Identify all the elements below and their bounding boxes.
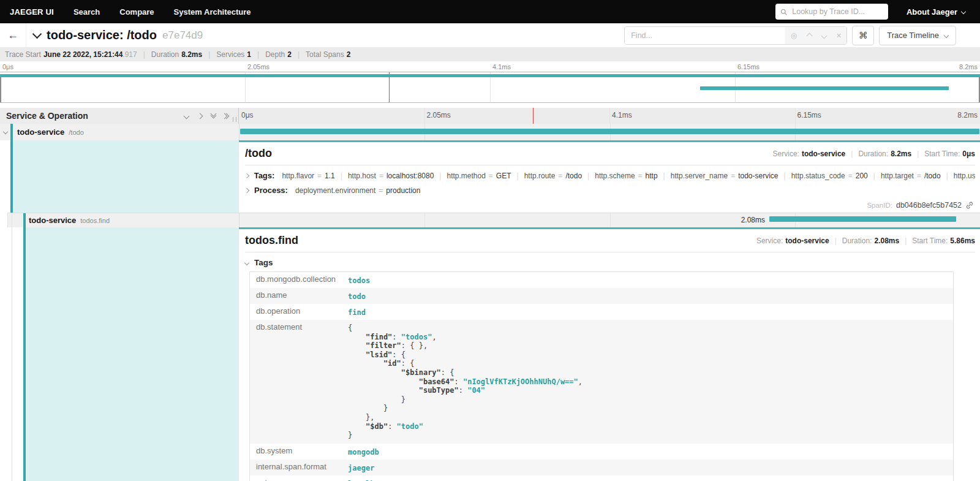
tag-value: todo-service	[738, 172, 778, 180]
tag-table-row: net.peer.namelocalhost	[250, 475, 954, 481]
clear-find-button[interactable]: ×	[837, 31, 842, 40]
minimap-left-scrubber[interactable]	[0, 77, 1, 102]
equals-sign: =	[317, 172, 322, 180]
tag-key: http.target	[881, 172, 914, 180]
tag-value: localhost:8080	[386, 172, 434, 180]
tag-separator: |	[439, 172, 441, 180]
span-row-todo: todo-service/todo	[0, 124, 980, 140]
tag-chip: http.server_name=todo-service	[671, 172, 778, 180]
ruler-cursor	[533, 108, 533, 124]
nav-item-compare[interactable]: Compare	[110, 7, 164, 17]
process-inline-list: deployment.environment=production	[295, 186, 420, 195]
about-jaeger-menu[interactable]: About Jaeger	[907, 7, 965, 17]
span-color-accent	[10, 124, 13, 140]
header-controls: ◎ × ⌘ Trace Timeline	[624, 26, 980, 45]
tag-separator: |	[517, 172, 519, 180]
find-match-icon[interactable]: ◎	[791, 32, 797, 39]
nav-item-system-architecture[interactable]: System Architecture	[164, 7, 261, 17]
tag-table-value: { "find": "todos", "filter": { }, "lsid"…	[342, 320, 953, 444]
span-row-todos-find: todo-servicetodos.find 2.08ms	[0, 213, 980, 227]
tag-value-code: jaeger	[348, 464, 374, 472]
tag-chip: http.route=/todo	[524, 172, 582, 180]
minimap-tick-label: 4.1ms	[492, 63, 511, 70]
collapse-all-icon[interactable]	[211, 114, 216, 118]
tag-chip: http.status_code=200	[791, 172, 868, 180]
tags-accordion[interactable]: Tags: http.flavor=1.1|http.host=localhos…	[245, 171, 975, 180]
tag-table-value: todo	[342, 288, 953, 304]
trace-id-lookup-input[interactable]	[791, 7, 883, 17]
tag-table-key: internal.span.format	[250, 460, 342, 475]
operation-name: todos.find	[80, 217, 110, 224]
span-name-todos-find[interactable]: todo-servicetodos.find	[0, 213, 239, 227]
keyboard-shortcuts-button[interactable]: ⌘	[852, 26, 874, 45]
tag-table-row: db.operationfind	[250, 304, 954, 320]
next-result-button[interactable]	[822, 32, 826, 39]
back-button[interactable]: ←	[0, 23, 26, 47]
trace-start: Trace StartJune 22 2022, 15:21:44.917	[5, 50, 137, 59]
tag-table-row: internal.span.formatjaeger	[250, 460, 954, 475]
tag-key: http.scheme	[595, 172, 635, 180]
span-duration-label: 2.08ms	[741, 216, 765, 224]
span-duration-bar[interactable]	[240, 129, 979, 134]
deep-link-icon[interactable]	[965, 201, 974, 210]
expand-all-icon[interactable]	[225, 114, 228, 118]
tag-table-key: db.name	[250, 288, 342, 304]
expand-one-icon[interactable]	[198, 114, 202, 118]
chevron-down-icon	[961, 9, 966, 14]
prev-result-button[interactable]	[807, 32, 812, 39]
span-id-row: SpanID: db046b8efc5b7452	[867, 201, 974, 210]
process-label: Process:	[254, 186, 288, 195]
trace-view-select[interactable]: Trace Timeline	[879, 26, 956, 45]
tag-chip: http.method=GET	[447, 172, 511, 180]
nav-item-search[interactable]: Search	[64, 7, 110, 17]
span-overview: Service:todo-service | Duration:8.2ms | …	[773, 150, 975, 158]
trace-summary-bar: Trace StartJune 22 2022, 15:21:44.917 | …	[0, 47, 980, 61]
operation-name: /todo	[69, 129, 83, 136]
tag-table-row: db.systemmongodb	[250, 444, 954, 460]
span-bar-row-todo[interactable]	[239, 124, 980, 140]
jaeger-logo[interactable]: JAEGER UI	[0, 7, 64, 17]
tags-inline-list: http.flavor=1.1|http.host=localhost:8080…	[282, 172, 975, 180]
selected-span-highlight	[13, 140, 239, 213]
span-overview: Service:todo-service | Duration:2.08ms |…	[756, 237, 975, 245]
span-operation-title: /todo	[245, 147, 272, 160]
tag-value: /todo	[565, 172, 582, 180]
tag-separator: |	[946, 172, 948, 180]
span-color-accent	[10, 140, 13, 213]
tag-key: http.method	[447, 172, 485, 180]
collapse-one-icon[interactable]	[184, 114, 189, 118]
span-bar-row-todos-find[interactable]: 2.08ms	[239, 213, 980, 227]
tag-value: production	[386, 186, 420, 195]
tree-guide-line	[12, 213, 12, 227]
column-resizer-handle[interactable]	[233, 117, 236, 122]
tag-value: http	[646, 172, 658, 180]
trace-services: Services1	[216, 50, 251, 59]
trace-duration: Duration8.2ms	[151, 50, 202, 59]
equals-sign: =	[731, 172, 735, 180]
trace-id-lookup[interactable]	[775, 4, 888, 20]
tags-accordion[interactable]: Tags	[245, 258, 975, 267]
tag-table-key: db.system	[250, 444, 342, 460]
find-input[interactable]	[625, 27, 785, 44]
timeline-ruler[interactable]: 0μs2.05ms4.1ms6.15ms8.2ms	[239, 108, 980, 124]
tag-value: GET	[496, 172, 511, 180]
process-accordion[interactable]: Process: deployment.environment=producti…	[245, 186, 975, 195]
span-detail-content: /todo Service:todo-service | Duration:8.…	[239, 140, 980, 213]
gridline	[424, 108, 425, 124]
trace-depth: Depth2	[265, 50, 292, 59]
tag-chip: http.host=localhost:8080	[348, 172, 434, 180]
tag-table-key: db.statement	[250, 320, 342, 444]
timeline-minimap[interactable]	[0, 72, 980, 103]
equals-sign: =	[917, 172, 921, 180]
find-controls: ◎ ×	[785, 27, 846, 44]
trace-view-label: Trace Timeline	[887, 31, 939, 40]
gridline	[795, 108, 796, 124]
tag-key: http.server_name	[671, 172, 728, 180]
collapse-trace-details-icon[interactable]	[32, 29, 42, 39]
gridline	[609, 108, 610, 124]
span-color-accent	[23, 213, 26, 227]
span-duration-bar[interactable]	[769, 216, 956, 222]
tag-key: http.route	[524, 172, 556, 180]
collapse-children-icon[interactable]	[3, 129, 8, 134]
span-name-todo[interactable]: todo-service/todo	[0, 124, 239, 140]
